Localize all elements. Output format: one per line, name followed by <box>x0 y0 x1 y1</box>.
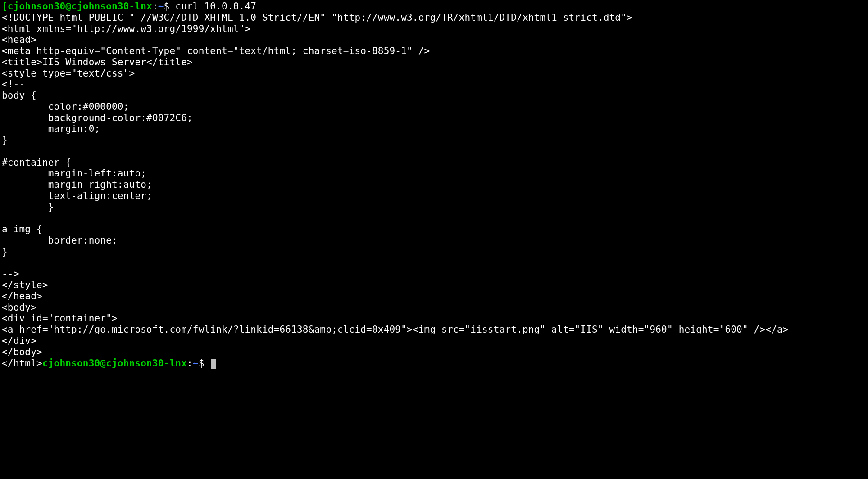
output-line: <title>IIS Windows Server</title> <box>2 57 193 68</box>
output-line: background-color:#0072C6; <box>2 113 193 123</box>
prompt-userhost: cjohnson30@cjohnson30-lnx <box>42 358 187 369</box>
output-line: } <box>2 202 54 212</box>
prompt-sep: : <box>187 358 193 369</box>
output-line: margin:0; <box>2 123 100 134</box>
output-line: } <box>2 135 8 145</box>
output-line: <html xmlns="http://www.w3.org/1999/xhtm… <box>2 23 250 34</box>
output-line: border:none; <box>2 235 118 246</box>
prompt-dollar: $ <box>199 358 210 369</box>
prompt-sep: : <box>152 1 158 12</box>
output-line: a img { <box>2 224 42 235</box>
cursor-icon <box>211 359 216 369</box>
output-line: color:#000000; <box>2 101 129 112</box>
output-line: } <box>2 246 8 257</box>
prompt-dollar: $ <box>164 1 176 12</box>
output-line: <head> <box>2 34 36 45</box>
output-line: <meta http-equiv="Content-Type" content=… <box>2 45 430 56</box>
output-line: #container { <box>2 157 71 168</box>
output-line: </div> <box>2 335 36 346</box>
output-line: <body> <box>2 302 36 313</box>
output-line: --> <box>2 268 19 279</box>
prompt-open-bracket: [ <box>2 1 8 12</box>
output-line: <!-- <box>2 79 25 90</box>
output-line: margin-right:auto; <box>2 179 152 190</box>
output-line: margin-left:auto; <box>2 168 146 179</box>
output-line: <div id="container"> <box>2 313 118 324</box>
prompt-path: ~ <box>193 358 199 369</box>
output-line: </html> <box>2 358 42 369</box>
prompt-path: ~ <box>158 1 164 12</box>
output-line: text-align:center; <box>2 190 152 201</box>
output-line: <a href="http://go.microsoft.com/fwlink/… <box>2 324 789 335</box>
output-line: </head> <box>2 291 42 302</box>
prompt-userhost: cjohnson30@cjohnson30-lnx <box>8 1 152 12</box>
terminal[interactable]: [cjohnson30@cjohnson30-lnx:~$ curl 10.0.… <box>0 0 868 371</box>
command-text: curl 10.0.0.47 <box>175 1 256 12</box>
output-line: </body> <box>2 347 42 357</box>
output-line: body { <box>2 90 36 101</box>
output-line: </style> <box>2 280 48 290</box>
output-line: <style type="text/css"> <box>2 68 135 79</box>
output-line: <!DOCTYPE html PUBLIC "-//W3C//DTD XHTML… <box>2 12 632 23</box>
